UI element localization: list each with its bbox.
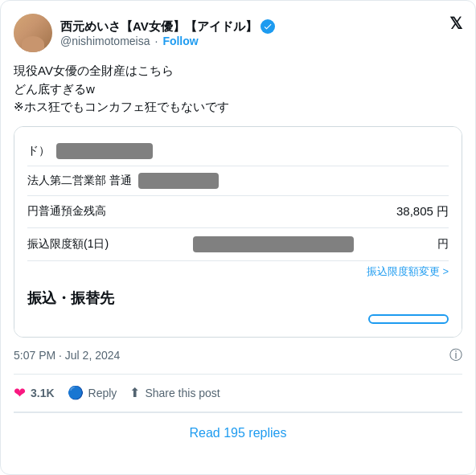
tweet-line2: どん底すぎるw — [14, 82, 95, 96]
bank-row-1: ド） — [27, 137, 449, 166]
user-handle-row: @nishimotomeisa · Follow — [60, 35, 275, 47]
tweet-text: 現役AV女優の全財産はこちら どん底すぎるw ※ホス狂でもコンカフェ狂でもないで… — [14, 62, 462, 117]
reply-label: Reply — [88, 387, 117, 399]
heart-action[interactable]: ❤ 3.1K — [14, 384, 55, 402]
section-title: 振込・振替先 — [27, 280, 449, 314]
verified-badge-icon — [261, 19, 275, 34]
bank-balance-row: 円普通預金残高 38,805 円 — [27, 196, 449, 228]
limit-suffix: 円 — [437, 237, 449, 252]
tweet-meta: 5:07 PM · Jul 2, 2024 ⓘ — [14, 347, 462, 364]
limit-label: 振込限度額(1日) — [27, 237, 109, 252]
tweet-card: 西元めいさ【AV女優】【アイドル】 @nishimotomeisa · Foll… — [0, 0, 476, 475]
tweet-line1: 現役AV女優の全財産はこちら — [14, 63, 174, 77]
share-icon: ⬆ — [129, 385, 140, 400]
user-handle: @nishimotomeisa — [60, 35, 150, 47]
bank-row-2: 法人第二営業部 普通 — [27, 166, 449, 196]
share-label: Share this post — [145, 387, 220, 399]
info-icon[interactable]: ⓘ — [449, 347, 462, 364]
tweet-header: 西元めいさ【AV女優】【アイドル】 @nishimotomeisa · Foll… — [14, 14, 462, 52]
tweet-time: 5:07 PM · Jul 2, 2024 — [14, 349, 120, 362]
tweet-actions: ❤ 3.1K 🔵 Reply ⬆ Share this post — [14, 374, 462, 412]
user-name-row: 西元めいさ【AV女優】【アイドル】 — [60, 19, 275, 35]
dot-separator: · — [154, 35, 158, 47]
x-logo-icon: 𝕏 — [449, 14, 462, 33]
follow-button[interactable]: Follow — [162, 35, 198, 47]
bank-section-action — [27, 314, 449, 327]
tweet-header-left: 西元めいさ【AV女優】【アイドル】 @nishimotomeisa · Foll… — [14, 14, 275, 52]
bank-label-1: ド） — [27, 144, 50, 158]
bank-action-button[interactable] — [368, 314, 449, 324]
user-info: 西元めいさ【AV女優】【アイドル】 @nishimotomeisa · Foll… — [60, 19, 275, 47]
reply-action[interactable]: 🔵 Reply — [68, 385, 117, 400]
bank-card-content: ド） 法人第二営業部 普通 円普通預金残高 38,805 円 振込限度額(1日)… — [14, 127, 462, 337]
blur-block-3 — [193, 236, 354, 252]
blur-block-1 — [56, 143, 153, 159]
reply-icon: 🔵 — [68, 385, 84, 400]
share-action[interactable]: ⬆ Share this post — [129, 385, 220, 400]
read-replies-button[interactable]: Read 195 replies — [14, 412, 462, 453]
heart-icon: ❤ — [14, 384, 26, 402]
limit-change-link[interactable]: 振込限度額変更 > — [27, 261, 449, 280]
avatar[interactable] — [14, 14, 52, 52]
user-display-name: 西元めいさ【AV女優】【アイドル】 — [60, 19, 257, 35]
bank-card-image: ド） 法人第二営業部 普通 円普通預金残高 38,805 円 振込限度額(1日)… — [14, 126, 462, 338]
tweet-line3: ※ホス狂でもコンカフェ狂でもないです — [14, 100, 229, 113]
balance-amount: 38,805 円 — [396, 204, 449, 219]
balance-label: 円普通預金残高 — [27, 204, 106, 219]
bank-label-2: 法人第二営業部 普通 — [27, 174, 132, 188]
blur-block-2 — [138, 173, 219, 189]
bank-limit-row: 振込限度額(1日) 円 — [27, 228, 449, 261]
heart-count: 3.1K — [31, 387, 55, 399]
